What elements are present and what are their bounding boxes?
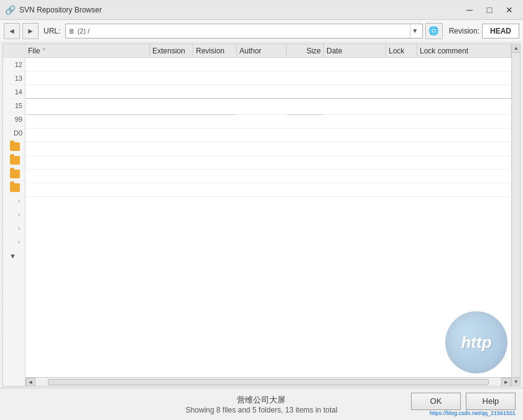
row-empty-7 [3, 345, 25, 358]
table-row[interactable] [25, 156, 511, 170]
table-row[interactable] [25, 101, 511, 115]
expand-arrow-4: › [18, 239, 20, 245]
ok-button[interactable]: OK [411, 393, 461, 410]
table-row[interactable] [25, 142, 511, 156]
row-empty-3 [3, 290, 25, 304]
col-header-file[interactable]: File ^ [25, 44, 150, 57]
app-icon: 🔗 [5, 5, 16, 15]
scroll-down-arrow: ▼ [9, 252, 16, 260]
file-rows [25, 58, 511, 377]
title-bar: 🔗 SVN Repository Browser ─ □ ✕ [0, 0, 523, 20]
row-num-D0: D0 [3, 126, 25, 140]
file-list: File ^ Extension Revision Author Size Da… [25, 44, 511, 386]
url-file-icon: 🗎 (2) / [68, 27, 90, 35]
title-bar-left: 🔗 SVN Repository Browser [5, 5, 102, 15]
column-headers: File ^ Extension Revision Author Size Da… [25, 44, 511, 58]
folder-icon-2 [10, 156, 20, 165]
help-button[interactable]: Help [466, 393, 516, 410]
row-folder-2 [3, 153, 25, 167]
url-dropdown-button[interactable]: ▼ [410, 24, 420, 38]
status-main-text: 营维公司大屏 [177, 395, 346, 406]
title-bar-controls: ─ □ ✕ [461, 3, 518, 17]
url-container: 🗎 (2) / ▼ [65, 24, 422, 39]
expand-arrow-2: › [18, 211, 20, 218]
vscroll-up-arrow[interactable]: ▲ [512, 44, 521, 53]
status-text: 营维公司大屏 Showing 8 files and 5 folders, 13… [177, 395, 346, 414]
revision-input[interactable] [482, 24, 519, 39]
col-header-author[interactable]: Author [237, 44, 287, 57]
row-empty-4 [3, 304, 25, 317]
row-folder-1 [3, 140, 25, 153]
row-numbers-panel: 12 13 14 15 99 D0 › › › › [3, 44, 25, 386]
title-bar-title: SVN Repository Browser [19, 6, 102, 14]
row-scrolldown[interactable]: ▼ [3, 249, 25, 263]
col-header-lock[interactable]: Lock [386, 44, 417, 57]
vscroll-track[interactable] [512, 53, 520, 377]
row-num-14: 14 [3, 85, 25, 99]
table-row[interactable] [25, 85, 511, 99]
expand-arrow-3: › [18, 225, 20, 232]
col-header-extension[interactable]: Extension [150, 44, 193, 57]
status-buttons: OK Help [411, 393, 516, 410]
ext-cell [150, 101, 193, 115]
table-row[interactable] [25, 170, 511, 183]
table-row[interactable] [25, 129, 511, 142]
row-num-13: 13 [3, 71, 25, 85]
row-arrow-2: › [3, 208, 25, 222]
status-link: https://blog.csdn.net/qq_21561501 [430, 410, 516, 416]
forward-button[interactable]: ► [22, 23, 39, 39]
row-empty-5 [3, 317, 25, 331]
row-num-12: 12 [3, 58, 25, 71]
row-arrow-1: › [3, 194, 25, 208]
toolbar: ◄ ► URL: 🗎 (2) / ▼ 🌐 Revision: [0, 20, 523, 42]
hscroll-track[interactable] [48, 379, 489, 385]
row-empty-6 [3, 331, 25, 345]
url-input[interactable] [92, 27, 407, 35]
table-row[interactable] [25, 71, 511, 85]
vscroll-down-arrow[interactable]: ▼ [512, 377, 521, 386]
row-arrow-4: › [3, 235, 25, 249]
hscroll-right-arrow[interactable]: ► [501, 378, 511, 386]
file-cell [25, 101, 150, 115]
status-bar: 营维公司大屏 Showing 8 files and 5 folders, 13… [0, 388, 523, 420]
row-folder-4 [3, 181, 25, 194]
sort-arrow-file: ^ [42, 47, 45, 54]
row-empty-2 [3, 276, 25, 290]
vertical-scrollbar: ▲ ▼ [511, 44, 520, 386]
folder-icon-3 [10, 170, 20, 178]
row-num-99: 99 [3, 112, 25, 126]
row-folder-3 [3, 167, 25, 181]
rev-cell [193, 101, 237, 115]
col-header-date[interactable]: Date [324, 44, 386, 57]
url-label: URL: [44, 27, 60, 35]
maximize-button[interactable]: □ [481, 3, 498, 17]
col-header-revision[interactable]: Revision [193, 44, 237, 57]
status-sub-text: Showing 8 files and 5 folders, 13 items … [177, 406, 346, 414]
folder-icon-1 [10, 142, 20, 151]
horizontal-scrollbar: ◄ ► [25, 377, 511, 386]
row-empty-1 [3, 263, 25, 276]
table-row[interactable] [25, 115, 511, 129]
hscroll-left-arrow[interactable]: ◄ [25, 378, 35, 386]
expand-arrow-1: › [18, 198, 20, 204]
go-button[interactable]: 🌐 [425, 23, 443, 39]
folder-icon-4 [10, 183, 20, 192]
close-button[interactable]: ✕ [501, 3, 518, 17]
back-button[interactable]: ◄ [4, 23, 20, 39]
table-row[interactable] [25, 58, 511, 71]
col-header-size[interactable]: Size [287, 44, 324, 57]
col-header-lockcomment[interactable]: Lock comment [417, 44, 511, 57]
size-cell [287, 101, 324, 115]
row-num-15: 15 [3, 99, 25, 112]
row-number-header [3, 44, 25, 58]
go-icon: 🌐 [428, 26, 439, 35]
minimize-button[interactable]: ─ [461, 3, 478, 17]
table-row[interactable] [25, 183, 511, 197]
row-empty-8 [3, 358, 25, 372]
main-content: 12 13 14 15 99 D0 › › › › [2, 43, 521, 386]
row-arrow-3: › [3, 222, 25, 235]
revision-label: Revision: [449, 27, 479, 35]
